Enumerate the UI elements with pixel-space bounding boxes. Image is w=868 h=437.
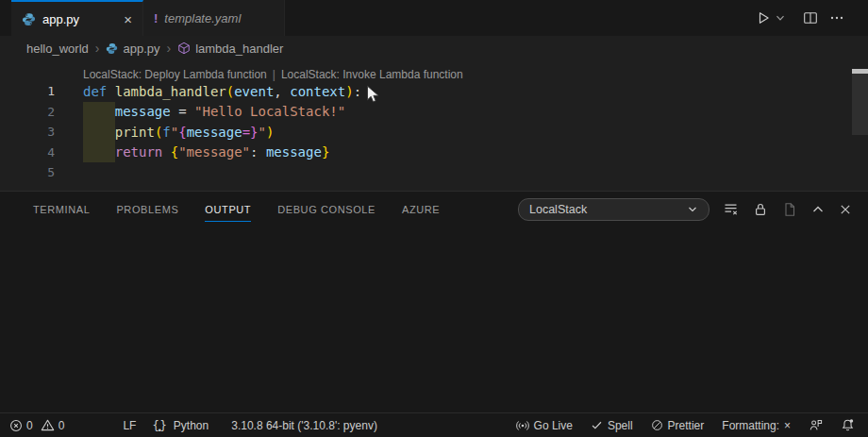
codelens-invoke-link[interactable]: LocalStack: Invoke Lambda function [281, 68, 463, 81]
editor-actions [753, 0, 868, 36]
indent-highlight [83, 102, 115, 163]
slash-circle-icon [651, 419, 663, 431]
open-log-file-icon[interactable] [782, 202, 797, 217]
output-panel-content[interactable] [0, 227, 868, 412]
error-icon [9, 419, 23, 432]
close-icon[interactable]: × [124, 12, 132, 26]
breadcrumb: hello_world › app.py › lambda_handler [0, 36, 868, 60]
scrollbar-decoration [852, 69, 868, 74]
formatting-state: × [784, 419, 791, 432]
output-channel-select[interactable]: LocalStack [518, 198, 709, 221]
formatting-status[interactable]: Formatting: × [722, 419, 791, 432]
code-line[interactable]: 4 return {"message": message} [0, 143, 868, 163]
language-label: Python [174, 419, 209, 432]
braces-icon: {}• [152, 419, 167, 432]
code-line[interactable]: 5 [0, 162, 868, 183]
codelens-deploy-link[interactable]: LocalStack: Deploy Lambda function [83, 68, 267, 81]
breadcrumb-file[interactable]: app.py [106, 42, 159, 56]
python-icon [22, 12, 36, 26]
panel-tabs: TERMINALPROBLEMSOUTPUTDEBUG CONSOLEAZURE [0, 192, 440, 227]
panel-tab-problems[interactable]: PROBLEMS [116, 192, 178, 227]
code-lines: 1def lambda_handler(event, context):2 me… [0, 81, 868, 183]
editor-tab-bar: app.py × ! template.yaml [0, 0, 868, 36]
breadcrumb-symbol-label: lambda_handler [195, 42, 283, 56]
check-icon [591, 419, 603, 431]
status-bar: 0 0 LF {}• Python 3.10.8 64-bit ('3.10.8… [0, 412, 868, 437]
split-editor-icon[interactable] [800, 8, 821, 28]
error-count: 0 [26, 419, 33, 432]
tab-label: template.yaml [164, 11, 241, 25]
close-panel-icon[interactable] [839, 203, 852, 216]
line-number: 2 [0, 105, 55, 119]
output-channel-value: LocalStack [529, 203, 587, 216]
warning-icon [41, 418, 55, 432]
spell-status[interactable]: Spell [591, 419, 633, 432]
formatting-label: Formatting: [722, 419, 779, 432]
warning-count: 0 [58, 419, 65, 432]
panel-tab-azure[interactable]: AZURE [402, 192, 440, 227]
eol-indicator[interactable]: LF [123, 419, 136, 432]
line-number: 5 [0, 165, 55, 179]
symbol-cube-icon [177, 42, 191, 55]
codelens-separator: | [273, 68, 275, 81]
lock-icon[interactable] [753, 202, 768, 217]
person-flag-icon [809, 418, 823, 432]
go-live-label: Go Live [534, 419, 573, 432]
panel-tab-output[interactable]: OUTPUT [205, 192, 251, 227]
panel-tab-terminal[interactable]: TERMINAL [33, 192, 90, 227]
go-live-status[interactable]: Go Live [516, 419, 573, 432]
code-line[interactable]: 2 message = "Hello LocalStack!" [0, 102, 868, 123]
tab-label: app.py [42, 12, 79, 26]
mouse-cursor-pointer [366, 85, 380, 109]
vscode-window: app.py × ! template.yaml [0, 0, 868, 437]
panel-header: TERMINALPROBLEMSOUTPUTDEBUG CONSOLEAZURE… [0, 191, 868, 227]
editor-scrollbar[interactable] [852, 69, 868, 135]
spell-label: Spell [608, 419, 633, 432]
breadcrumb-separator: › [166, 41, 171, 56]
language-status[interactable]: {}• Python [152, 419, 209, 432]
notifications-status[interactable] [841, 418, 855, 432]
more-actions-icon[interactable] [826, 8, 847, 28]
tab-app-py[interactable]: app.py × [11, 0, 143, 36]
line-number: 1 [0, 84, 55, 98]
problems-status[interactable]: 0 0 [9, 418, 64, 432]
run-icon[interactable] [753, 8, 774, 28]
tab-template-yaml[interactable]: ! template.yaml [143, 0, 285, 36]
bell-icon [841, 418, 855, 432]
breadcrumb-separator: › [95, 41, 100, 56]
breadcrumb-file-label: app.py [123, 42, 159, 56]
line-number: 3 [0, 125, 55, 139]
codelens: LocalStack: Deploy Lambda function | Loc… [0, 60, 868, 81]
status-bar-right: Go Live Spell Prettier Formatting: × [516, 418, 859, 432]
python-icon [106, 42, 118, 55]
code-line[interactable]: 3 print(f"{message=}") [0, 122, 868, 143]
chevron-down-icon [687, 204, 698, 215]
breadcrumb-symbol[interactable]: lambda_handler [177, 42, 283, 56]
line-number: 4 [0, 145, 55, 160]
prettier-status[interactable]: Prettier [651, 419, 705, 432]
python-interpreter-status[interactable]: 3.10.8 64-bit ('3.10.8': pyenv) [231, 419, 377, 432]
code-editor[interactable]: LocalStack: Deploy Lambda function | Loc… [0, 60, 868, 191]
code-line[interactable]: 1def lambda_handler(event, context): [0, 81, 868, 102]
code-text: def lambda_handler(event, context): [55, 84, 361, 99]
breadcrumb-folder[interactable]: hello_world [26, 42, 89, 56]
yaml-warning-icon: ! [154, 11, 158, 25]
maximize-panel-icon[interactable] [811, 203, 825, 216]
broadcast-icon [516, 419, 529, 432]
panel-actions: LocalStack [518, 198, 868, 221]
panel-tab-debug-console[interactable]: DEBUG CONSOLE [277, 192, 376, 227]
prettier-label: Prettier [668, 419, 705, 432]
clear-output-icon[interactable] [724, 202, 739, 217]
run-dropdown-chevron-icon[interactable] [774, 8, 787, 28]
feedback-status[interactable] [809, 418, 823, 432]
